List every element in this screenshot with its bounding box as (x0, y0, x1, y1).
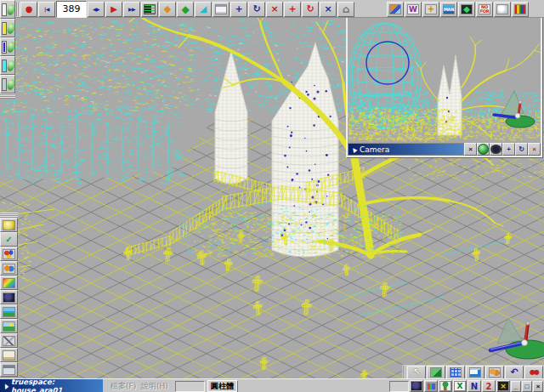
color-gradient-button[interactable] (0, 276, 18, 290)
scale-icon: × (532, 145, 536, 153)
frame-jog-button[interactable]: ◀▶ (88, 2, 105, 17)
copy-document-button[interactable] (466, 366, 484, 379)
notes-button[interactable] (0, 348, 18, 362)
menu-file[interactable]: 檔案(F) (110, 381, 136, 392)
spreadsheet-icon: X (454, 381, 466, 391)
mirror-tool-button[interactable]: ◢ (195, 2, 212, 17)
record-button[interactable]: ● (20, 2, 37, 17)
view-toolbar: X N 2 × _ □ × (389, 379, 543, 392)
menu-help[interactable]: 說明(H) (141, 381, 168, 392)
delete-button[interactable] (0, 362, 18, 377)
camera-viewport[interactable] (348, 16, 541, 143)
confirm-button[interactable]: ✓ (0, 232, 18, 247)
record-icon: ● (26, 4, 33, 14)
display-mode-wireframe-blue[interactable] (0, 37, 15, 56)
landscape-sun-icon (3, 321, 15, 332)
export-sheet-button[interactable]: X (453, 380, 467, 392)
n-plugin-button[interactable]: N (468, 380, 481, 392)
object-rotate-button[interactable]: ↻ (248, 2, 265, 17)
coordinate-field[interactable] (389, 381, 409, 392)
man-icon: MAN (443, 4, 455, 14)
undo-button[interactable]: ↶ (505, 366, 524, 379)
checkmark-icon: ✓ (5, 235, 12, 244)
eye-icon (490, 145, 502, 154)
cube-icon (430, 367, 442, 378)
sweep-tool-button[interactable]: ◆ (159, 2, 176, 17)
environment-water-button[interactable] (0, 304, 18, 319)
close-button[interactable]: × (533, 381, 543, 392)
object-scale-button[interactable]: × (266, 2, 283, 17)
fast-forward-icon: ▶▶ (128, 6, 135, 12)
house-primitive-button[interactable]: ⌂ (337, 2, 354, 17)
play-button[interactable]: ▶ (105, 2, 122, 17)
camera-close-button[interactable]: × (464, 143, 477, 156)
orange-objects-icon (489, 367, 501, 378)
environment-sun-button[interactable] (0, 319, 18, 333)
material-spheres-button[interactable] (0, 247, 18, 261)
world-move-button[interactable]: + (284, 2, 301, 17)
render-current-button[interactable] (410, 380, 423, 392)
screen-capture-button[interactable] (424, 380, 438, 392)
frame-counter[interactable]: 389 (56, 1, 87, 18)
x-plugin-button[interactable]: × (496, 380, 510, 392)
grid-snap-button[interactable] (446, 366, 465, 379)
world-scale-button[interactable]: × (320, 2, 337, 17)
glue-objects-button[interactable] (485, 366, 504, 379)
add-primitive-button[interactable]: + (422, 2, 439, 17)
minimize-button[interactable]: _ (511, 381, 521, 392)
stripes-texture-button[interactable] (512, 2, 529, 17)
display-mode-wireframe-cyan[interactable] (0, 56, 15, 75)
material-box-button[interactable] (387, 2, 404, 17)
gem-material-button[interactable]: ◆ (458, 2, 475, 17)
camera-view-select-button[interactable] (477, 143, 490, 156)
toolbar-handle[interactable] (16, 3, 20, 16)
shader-balls-button[interactable] (0, 261, 18, 276)
status-input-field[interactable] (175, 381, 205, 392)
plant-plugin-button[interactable] (439, 380, 452, 392)
camera-move-button[interactable]: + (502, 143, 515, 156)
render-scene-button[interactable] (0, 218, 18, 232)
scene-document-button[interactable] (212, 2, 230, 17)
balls-icon (3, 264, 15, 274)
document-arrow-icon (469, 367, 481, 378)
camera-window: ▲ Camera × + ↻ × (346, 14, 542, 157)
app-titlebar[interactable]: ▲ truespace: house_ara01 (0, 379, 103, 392)
move-axes-icon: + (507, 145, 511, 153)
display-mode-wireframe-yellow[interactable] (0, 19, 15, 37)
render-object-button[interactable] (0, 290, 18, 304)
state-pill-icon (6, 41, 16, 54)
display-mode-wireframe-white[interactable] (0, 0, 15, 19)
restore-button[interactable]: □ (522, 381, 532, 392)
stereo-glasses-button[interactable]: ●● (524, 366, 543, 379)
page-icon (3, 350, 15, 361)
lathe-tool-button[interactable]: ◆ (177, 2, 194, 17)
uv-map-button[interactable]: W (405, 2, 422, 17)
object-move-button[interactable]: + (230, 2, 247, 17)
camera-rotate-button[interactable]: ↻ (515, 143, 528, 156)
statusbar: ▲ truespace: house_ara01 檔案(F) 說明(H) 圓柱體… (0, 378, 544, 392)
rotate-icon: ↻ (306, 3, 314, 14)
fast-forward-button[interactable]: ▶▶ (123, 2, 140, 17)
skip-to-start-button[interactable]: |◀ (38, 2, 55, 17)
blue-swatch (2, 41, 7, 54)
two-plugin-button[interactable]: 2 (482, 380, 496, 392)
no-foreshorten-button[interactable]: NOFOR (476, 2, 493, 17)
two-icon: 2 (486, 382, 492, 391)
world-rotate-button[interactable]: ↻ (302, 2, 319, 17)
utilities-button[interactable] (0, 333, 18, 348)
display-mode-crosshair[interactable] (0, 75, 15, 94)
lamp-icon (3, 220, 15, 230)
camera-titlebar[interactable]: ▲ Camera (348, 143, 464, 156)
keyframe-editor-button[interactable] (141, 2, 158, 17)
state-pill-icon (6, 60, 16, 72)
toolbar-handle[interactable] (403, 366, 406, 379)
manual-button[interactable]: MAN (440, 2, 457, 17)
move-axes-icon: + (288, 3, 296, 14)
camera-eye-button[interactable] (490, 143, 502, 156)
camera-scale-button[interactable]: × (528, 143, 541, 156)
cloud-texture-button[interactable] (494, 2, 511, 17)
spheres-icon (3, 249, 15, 259)
pointer-tool-button[interactable]: ↖ (407, 366, 426, 379)
solid-render-button[interactable] (427, 366, 445, 379)
swatch-toolbar-handle[interactable] (0, 94, 15, 99)
